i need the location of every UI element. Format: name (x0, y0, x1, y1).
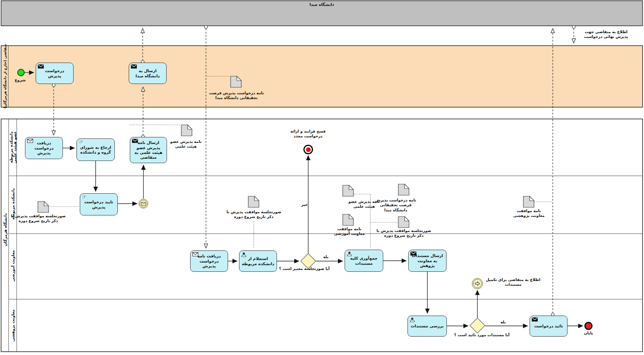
document-label: صورتجلسه موافقت پذیرش با ذکر تاریخ شروع … (226, 210, 282, 219)
message-throw-event[interactable] (139, 199, 148, 208)
task-label: استعلام از دانشکده مربوطه (242, 256, 274, 266)
message-send-icon (38, 64, 44, 68)
message-receive-icon (192, 252, 198, 256)
manual-task-icon: ☞ (79, 139, 83, 144)
document-label: نامه درخواست پذیرش فرصت تحقیقاتی دانشگاه… (209, 91, 264, 101)
task-refer-to-council[interactable]: ☞ ارجاع به شورای گروه و دانشکده (77, 138, 115, 161)
task-label: جمع‌آوری کلیه مستندات (347, 256, 381, 266)
task-receive-admission-request[interactable]: دریافت درخواست پذیرش (25, 137, 63, 159)
connector-layer (0, 0, 644, 355)
user-task-icon (347, 252, 352, 256)
task-send-acceptance-letter[interactable]: ارسال نامه پذیرش عضو هیئت علمی به متقاضی (130, 137, 167, 163)
task-approve-admission-request[interactable]: ☞ تایید درخواست پذیرش (80, 193, 118, 215)
task-label: ارسال به دانشگاه مبدا (131, 68, 164, 78)
message-receive-icon (27, 139, 33, 143)
link-throw-event[interactable] (472, 278, 483, 289)
document-label: نامه درخواست پذیرش فرصت تحقیقاتی دانشگاه… (374, 198, 417, 212)
terminate-event-label: فسخ فرایند و ارائه درخواست مجدد (283, 129, 333, 139)
end-event-label: پایان (579, 331, 598, 335)
task-admission-request[interactable]: درخواست پذیرش (36, 63, 74, 84)
task-label: ارجاع به شورای گروه و دانشکده (79, 145, 112, 155)
task-send-documents-to-research[interactable]: ارسال مستندات به معاونت پژوهش (408, 250, 446, 272)
task-label: درخواست پذیرش (38, 68, 71, 78)
task-label: تایید درخواست پذیرش (82, 200, 115, 210)
message-icon (140, 200, 147, 207)
document-icon-origin-request-letter (230, 76, 242, 88)
flow-label-yes-2: بله (497, 320, 510, 324)
document-icon-minutes-mid (248, 196, 259, 208)
task-review-documents[interactable]: بررسی مستندات (408, 316, 447, 337)
document-icon-edu-approval-letter (342, 214, 354, 226)
document-label: نامه موافقت معاونت پژوهشی (511, 208, 547, 218)
document-icon-minutes-left (38, 201, 49, 213)
document-icon-origin-request-letter-2 (398, 184, 409, 196)
document-icon-research-approval-letter (523, 196, 534, 208)
flow-label-no-1: خیر (298, 202, 311, 207)
gateway-documents-approved-label: آیا مستندات مورد تائید است ؟ (447, 333, 517, 337)
task-collect-all-documents[interactable]: جمع‌آوری کلیه مستندات (345, 250, 383, 272)
message-send-icon (131, 64, 137, 68)
manual-task-icon: ☞ (82, 194, 87, 199)
end-event[interactable] (584, 322, 593, 330)
start-event-label: شروع (11, 78, 29, 82)
user-task-icon (410, 317, 415, 322)
gateway-minutes-valid-label: آیا صورتجلسه معتبر است ؟ (270, 266, 338, 271)
task-label: بررسی مستندات (411, 324, 444, 328)
document-icon-minutes-right (398, 216, 409, 228)
task-label: ارسال نامه پذیرش عضو هیئت علمی به متقاضی (132, 140, 164, 160)
message-send-icon (132, 139, 138, 143)
document-icon-member-acceptance-letter-2 (342, 185, 354, 197)
terminate-event[interactable] (303, 145, 313, 154)
document-label: صورتجلسه موافقت پذیرش با ذکر تاریخ شروع … (9, 214, 67, 224)
document-icon-member-acceptance-letter (181, 124, 192, 136)
task-receive-request-letter[interactable]: دریافت نامه درخواست پذیرش (190, 250, 228, 272)
link-event-label: اطلاع به متقاضی برای تکمیل مستندات (485, 277, 541, 287)
task-send-to-origin-university[interactable]: ارسال به دانشگاه مبدا (129, 63, 167, 84)
message-send-icon (410, 252, 416, 256)
task-approve-final-request[interactable]: تائید درخواست (530, 316, 567, 337)
bpmn-diagram: دانشگاه مبدا متقاضی (خارج از دانشگاه هرم… (0, 0, 644, 355)
task-label: دریافت درخواست پذیرش (28, 141, 60, 155)
document-label: صورتجلسه موافقت پذیرش با ذکر تاریخ شروع … (376, 228, 432, 238)
document-label: نامه موافقت معاونت آموزشی (331, 226, 367, 236)
task-label: تائید درخواست (534, 324, 563, 328)
message-send-icon (532, 317, 538, 321)
user-task-icon (241, 252, 246, 257)
flow-label-yes-1: بله (319, 254, 332, 259)
document-label: نامه پذیرش عضو هیئت علمی (168, 139, 203, 149)
start-event[interactable] (17, 69, 25, 76)
link-arrow-icon (473, 279, 482, 288)
final-admission-notice-label: اطلاع به متقاضی جهت پذیرش نهائی درخواست (578, 29, 634, 39)
terminate-core (306, 147, 311, 152)
task-label: ارسال مستندات به معاونت پژوهش (411, 253, 444, 268)
